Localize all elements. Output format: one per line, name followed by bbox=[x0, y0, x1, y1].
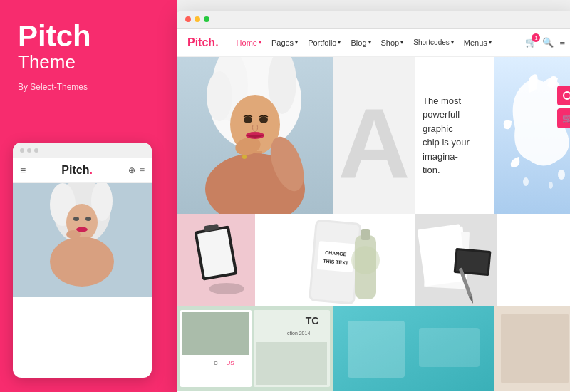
mobile-hero-image bbox=[13, 183, 152, 297]
content-grid-row3: C US TC ction 2014 bbox=[177, 306, 570, 391]
product-svg: CHANGE THIS TEXT bbox=[255, 214, 415, 306]
extra-cell bbox=[494, 306, 570, 391]
svg-point-46 bbox=[351, 246, 380, 274]
nav-pages[interactable]: Pages▾ bbox=[266, 38, 303, 47]
svg-point-8 bbox=[86, 217, 91, 221]
svg-text:C: C bbox=[214, 360, 218, 366]
mobile-nav: ≡ Pitch. ⊕ ≡ bbox=[13, 158, 152, 183]
fashion-model-svg bbox=[177, 57, 333, 214]
magazine-cell: C US TC ction 2014 bbox=[177, 306, 333, 391]
mobile-menu-icon[interactable]: ≡ bbox=[140, 165, 145, 175]
nav-arrow-pages: ▾ bbox=[295, 39, 298, 46]
pitch-title: Pitch bbox=[18, 21, 159, 51]
circle-icon bbox=[562, 91, 570, 100]
svg-point-30 bbox=[523, 177, 529, 186]
text-content: The most powerfull graphic chip is your … bbox=[423, 94, 470, 177]
floating-cart-btn[interactable]: 🛒 bbox=[557, 108, 570, 128]
nav-portfolio[interactable]: Portfolio▾ bbox=[303, 38, 346, 47]
hamburger-nav-icon[interactable]: ≡ bbox=[559, 37, 565, 48]
nav-arrow-portfolio: ▾ bbox=[338, 39, 341, 46]
teal-svg bbox=[333, 306, 494, 391]
svg-rect-58 bbox=[182, 312, 249, 355]
mobile-dot-1 bbox=[20, 148, 24, 153]
browser-site-logo: Pitch. bbox=[187, 36, 219, 49]
mobile-content-area bbox=[13, 297, 152, 354]
svg-text:US: US bbox=[226, 360, 234, 366]
mobile-dot-2 bbox=[27, 148, 31, 153]
extra-svg bbox=[494, 306, 570, 391]
nav-shop[interactable]: Shop▾ bbox=[376, 38, 409, 47]
mobile-dot-3 bbox=[34, 148, 38, 153]
nav-arrow-shortcodes: ▾ bbox=[451, 39, 454, 46]
hamburger-icon[interactable]: ≡ bbox=[20, 165, 26, 176]
text-cell: The most powerfull graphic chip is your … bbox=[415, 57, 494, 214]
svg-point-10 bbox=[66, 230, 81, 239]
binder-cell bbox=[177, 214, 255, 306]
svg-rect-65 bbox=[348, 321, 405, 378]
nav-arrow-shop: ▾ bbox=[400, 39, 403, 46]
nav-menus[interactable]: Menus▾ bbox=[459, 38, 497, 47]
letter-a-cell: A bbox=[333, 57, 415, 214]
browser-panel: Pitch. Home▾ Pages▾ Portfolio▾ Blog▾ Sho… bbox=[177, 11, 570, 392]
svg-point-23 bbox=[244, 116, 252, 123]
nav-arrow-home: ▾ bbox=[259, 39, 261, 46]
svg-rect-66 bbox=[419, 328, 480, 367]
svg-point-7 bbox=[73, 217, 79, 221]
browser-navbar: Pitch. Home▾ Pages▾ Portfolio▾ Blog▾ Sho… bbox=[177, 29, 570, 57]
svg-point-37 bbox=[209, 283, 244, 294]
magazine-svg: C US TC ction 2014 bbox=[177, 306, 333, 391]
svg-point-31 bbox=[549, 182, 553, 189]
mobile-top-bar bbox=[13, 143, 152, 158]
product-cell: CHANGE THIS TEXT bbox=[255, 214, 415, 306]
mobile-search-icon[interactable]: ⊕ bbox=[128, 165, 135, 175]
content-grid-row2: CHANGE THIS TEXT bbox=[177, 214, 570, 306]
nav-blog[interactable]: Blog▾ bbox=[346, 38, 375, 47]
svg-point-24 bbox=[259, 116, 268, 123]
svg-rect-45 bbox=[361, 229, 370, 240]
browser-dot-minimize[interactable] bbox=[195, 16, 200, 22]
svg-rect-63 bbox=[256, 342, 327, 385]
svg-point-26 bbox=[242, 155, 247, 159]
floating-action-btn-1[interactable] bbox=[557, 86, 570, 105]
mobile-nav-icons: ⊕ ≡ bbox=[128, 165, 145, 175]
binder-svg bbox=[177, 214, 255, 306]
nav-arrow-blog: ▾ bbox=[368, 39, 371, 46]
nav-arrow-menus: ▾ bbox=[489, 39, 492, 46]
mobile-mockup: ≡ Pitch. ⊕ ≡ bbox=[13, 143, 152, 378]
svg-point-6 bbox=[50, 237, 114, 287]
svg-point-17 bbox=[207, 71, 232, 121]
browser-logo-dot: . bbox=[215, 36, 218, 48]
browser-dot-close[interactable] bbox=[185, 16, 191, 22]
svg-point-32 bbox=[558, 170, 565, 180]
letter-a-svg: A bbox=[333, 57, 415, 214]
search-icon[interactable]: 🔍 bbox=[542, 37, 554, 48]
by-line: By Select-Themes bbox=[18, 82, 159, 92]
milk-splash-cell bbox=[494, 57, 570, 214]
svg-text:ction 2014: ction 2014 bbox=[287, 331, 310, 336]
cart-badge: 1 bbox=[532, 33, 540, 42]
browser-chrome bbox=[177, 11, 570, 29]
nav-shortcodes[interactable]: Shortcodes▾ bbox=[408, 38, 459, 46]
svg-text:TC: TC bbox=[306, 315, 319, 326]
left-panel: Pitch Theme By Select-Themes ≡ Pitch. ⊕ … bbox=[0, 0, 177, 392]
svg-rect-68 bbox=[501, 314, 569, 383]
mobile-logo-dot: . bbox=[89, 164, 92, 176]
cart-btn-icon: 🛒 bbox=[562, 113, 571, 123]
fashion-photo-cell bbox=[177, 57, 333, 214]
svg-text:A: A bbox=[338, 88, 410, 200]
content-grid-row1: A The most powerfull graphic chip is you… bbox=[177, 57, 570, 214]
teal-cell bbox=[333, 306, 494, 391]
theme-subtitle: Theme bbox=[18, 51, 159, 73]
nav-utility-icons: 🛒 1 🔍 ≡ bbox=[525, 37, 565, 48]
nav-home[interactable]: Home▾ bbox=[232, 38, 266, 47]
mobile-model-svg bbox=[13, 183, 152, 297]
mobile-logo: Pitch. bbox=[61, 164, 93, 177]
stationery-svg bbox=[415, 214, 497, 306]
svg-rect-41 bbox=[317, 241, 355, 272]
stationery-cell bbox=[415, 214, 497, 306]
cart-icon[interactable]: 🛒 1 bbox=[525, 37, 537, 48]
svg-point-11 bbox=[564, 92, 570, 99]
browser-dot-maximize[interactable] bbox=[204, 16, 209, 22]
milk-splash-svg bbox=[494, 57, 570, 214]
